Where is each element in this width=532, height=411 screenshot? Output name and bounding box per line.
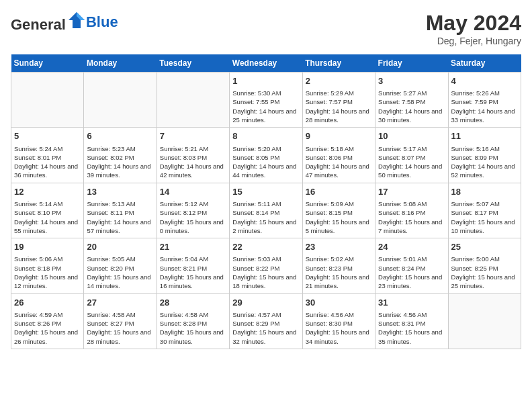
day-number: 9 <box>306 130 372 142</box>
day-info: Sunrise: 5:12 AM Sunset: 8:12 PM Dayligh… <box>160 199 226 235</box>
day-info: Sunrise: 5:23 AM Sunset: 8:02 PM Dayligh… <box>87 144 153 180</box>
week-row-4: 19Sunrise: 5:06 AM Sunset: 8:18 PM Dayli… <box>11 238 521 293</box>
calendar-cell: 18Sunrise: 5:07 AM Sunset: 8:17 PM Dayli… <box>448 183 521 238</box>
week-row-3: 12Sunrise: 5:14 AM Sunset: 8:10 PM Dayli… <box>11 183 521 238</box>
day-info: Sunrise: 5:13 AM Sunset: 8:11 PM Dayligh… <box>87 199 153 235</box>
calendar-cell: 10Sunrise: 5:17 AM Sunset: 8:07 PM Dayli… <box>375 128 448 183</box>
logo-icon <box>67 11 86 30</box>
calendar-cell: 20Sunrise: 5:05 AM Sunset: 8:20 PM Dayli… <box>84 238 157 293</box>
day-number: 1 <box>232 75 299 87</box>
day-info: Sunrise: 4:59 AM Sunset: 8:26 PM Dayligh… <box>14 310 81 346</box>
day-number: 2 <box>306 75 372 87</box>
calendar-cell: 24Sunrise: 5:01 AM Sunset: 8:24 PM Dayli… <box>375 238 448 293</box>
day-info: Sunrise: 5:24 AM Sunset: 8:01 PM Dayligh… <box>14 144 81 180</box>
location-subtitle: Deg, Fejer, Hungary <box>426 36 521 46</box>
day-number: 30 <box>306 297 372 309</box>
day-info: Sunrise: 5:30 AM Sunset: 7:55 PM Dayligh… <box>232 89 299 124</box>
day-header-sunday: Sunday <box>11 54 84 73</box>
calendar-cell: 15Sunrise: 5:11 AM Sunset: 8:14 PM Dayli… <box>230 183 302 238</box>
day-info: Sunrise: 4:57 AM Sunset: 8:29 PM Dayligh… <box>232 310 299 346</box>
day-info: Sunrise: 5:07 AM Sunset: 8:17 PM Dayligh… <box>451 199 518 235</box>
day-header-wednesday: Wednesday <box>230 54 302 73</box>
day-info: Sunrise: 5:18 AM Sunset: 8:06 PM Dayligh… <box>306 144 372 180</box>
day-number: 6 <box>87 130 153 142</box>
day-info: Sunrise: 5:03 AM Sunset: 8:22 PM Dayligh… <box>232 255 299 290</box>
day-info: Sunrise: 5:20 AM Sunset: 8:05 PM Dayligh… <box>232 144 299 180</box>
calendar-cell: 22Sunrise: 5:03 AM Sunset: 8:22 PM Dayli… <box>230 238 302 293</box>
day-number: 22 <box>232 241 299 253</box>
calendar-cell: 27Sunrise: 4:58 AM Sunset: 8:27 PM Dayli… <box>84 293 157 349</box>
day-info: Sunrise: 4:58 AM Sunset: 8:28 PM Dayligh… <box>160 310 226 346</box>
day-info: Sunrise: 5:27 AM Sunset: 7:58 PM Dayligh… <box>378 89 445 124</box>
day-number: 23 <box>306 241 372 253</box>
day-info: Sunrise: 5:21 AM Sunset: 8:03 PM Dayligh… <box>160 144 226 180</box>
week-row-5: 26Sunrise: 4:59 AM Sunset: 8:26 PM Dayli… <box>11 293 521 349</box>
day-number: 13 <box>87 186 153 198</box>
day-number: 28 <box>160 297 226 309</box>
logo: General Blue <box>11 11 118 34</box>
day-number: 11 <box>451 130 518 142</box>
day-info: Sunrise: 5:06 AM Sunset: 8:18 PM Dayligh… <box>14 255 81 290</box>
calendar-cell: 21Sunrise: 5:04 AM Sunset: 8:21 PM Dayli… <box>157 238 229 293</box>
day-info: Sunrise: 5:26 AM Sunset: 7:59 PM Dayligh… <box>451 89 518 124</box>
day-header-thursday: Thursday <box>302 54 375 73</box>
day-info: Sunrise: 5:14 AM Sunset: 8:10 PM Dayligh… <box>14 199 81 235</box>
calendar-cell: 5Sunrise: 5:24 AM Sunset: 8:01 PM Daylig… <box>11 128 84 183</box>
day-number: 3 <box>378 75 445 87</box>
day-number: 8 <box>232 130 299 142</box>
calendar-cell: 9Sunrise: 5:18 AM Sunset: 8:06 PM Daylig… <box>302 128 375 183</box>
calendar-table: SundayMondayTuesdayWednesdayThursdayFrid… <box>11 54 521 349</box>
day-info: Sunrise: 4:58 AM Sunset: 8:27 PM Dayligh… <box>87 310 153 346</box>
day-number: 19 <box>14 241 81 253</box>
day-info: Sunrise: 5:17 AM Sunset: 8:07 PM Dayligh… <box>378 144 445 180</box>
calendar-cell: 4Sunrise: 5:26 AM Sunset: 7:59 PM Daylig… <box>448 73 521 128</box>
day-info: Sunrise: 5:02 AM Sunset: 8:23 PM Dayligh… <box>306 255 372 290</box>
calendar-cell: 14Sunrise: 5:12 AM Sunset: 8:12 PM Dayli… <box>157 183 229 238</box>
page-header: General Blue May 2024 Deg, Fejer, Hungar… <box>11 11 521 46</box>
day-number: 10 <box>378 130 445 142</box>
logo-general: General <box>11 16 66 33</box>
calendar-cell: 29Sunrise: 4:57 AM Sunset: 8:29 PM Dayli… <box>230 293 302 349</box>
calendar-cell: 28Sunrise: 4:58 AM Sunset: 8:28 PM Dayli… <box>157 293 229 349</box>
week-row-2: 5Sunrise: 5:24 AM Sunset: 8:01 PM Daylig… <box>11 128 521 183</box>
days-of-week-row: SundayMondayTuesdayWednesdayThursdayFrid… <box>11 54 521 73</box>
day-info: Sunrise: 5:16 AM Sunset: 8:09 PM Dayligh… <box>451 144 518 180</box>
day-info: Sunrise: 5:05 AM Sunset: 8:20 PM Dayligh… <box>87 255 153 290</box>
calendar-cell: 13Sunrise: 5:13 AM Sunset: 8:11 PM Dayli… <box>84 183 157 238</box>
day-number: 14 <box>160 186 226 198</box>
day-number: 27 <box>87 297 153 309</box>
day-number: 15 <box>232 186 299 198</box>
calendar-cell: 8Sunrise: 5:20 AM Sunset: 8:05 PM Daylig… <box>230 128 302 183</box>
calendar-cell: 6Sunrise: 5:23 AM Sunset: 8:02 PM Daylig… <box>84 128 157 183</box>
month-year-title: May 2024 <box>426 11 521 36</box>
day-number: 18 <box>451 186 518 198</box>
day-info: Sunrise: 5:29 AM Sunset: 7:57 PM Dayligh… <box>306 89 372 124</box>
day-info: Sunrise: 4:56 AM Sunset: 8:31 PM Dayligh… <box>378 310 445 346</box>
calendar-cell: 31Sunrise: 4:56 AM Sunset: 8:31 PM Dayli… <box>375 293 448 349</box>
day-header-saturday: Saturday <box>448 54 521 73</box>
day-info: Sunrise: 5:11 AM Sunset: 8:14 PM Dayligh… <box>232 199 299 235</box>
day-info: Sunrise: 5:09 AM Sunset: 8:15 PM Dayligh… <box>306 199 372 235</box>
day-header-friday: Friday <box>375 54 448 73</box>
day-number: 12 <box>14 186 81 198</box>
day-info: Sunrise: 5:00 AM Sunset: 8:25 PM Dayligh… <box>451 255 518 290</box>
calendar-cell <box>11 73 84 128</box>
calendar-cell <box>157 73 229 128</box>
title-area: May 2024 Deg, Fejer, Hungary <box>426 11 521 46</box>
calendar-cell: 11Sunrise: 5:16 AM Sunset: 8:09 PM Dayli… <box>448 128 521 183</box>
day-info: Sunrise: 5:04 AM Sunset: 8:21 PM Dayligh… <box>160 255 226 290</box>
day-header-tuesday: Tuesday <box>157 54 229 73</box>
calendar-cell: 2Sunrise: 5:29 AM Sunset: 7:57 PM Daylig… <box>302 73 375 128</box>
day-number: 16 <box>306 186 372 198</box>
day-number: 17 <box>378 186 445 198</box>
calendar-cell: 17Sunrise: 5:08 AM Sunset: 8:16 PM Dayli… <box>375 183 448 238</box>
day-info: Sunrise: 5:01 AM Sunset: 8:24 PM Dayligh… <box>378 255 445 290</box>
day-number: 20 <box>87 241 153 253</box>
calendar-cell: 1Sunrise: 5:30 AM Sunset: 7:55 PM Daylig… <box>230 73 302 128</box>
day-number: 4 <box>451 75 518 87</box>
calendar-cell: 7Sunrise: 5:21 AM Sunset: 8:03 PM Daylig… <box>157 128 229 183</box>
day-info: Sunrise: 4:56 AM Sunset: 8:30 PM Dayligh… <box>306 310 372 346</box>
day-number: 31 <box>378 297 445 309</box>
week-row-1: 1Sunrise: 5:30 AM Sunset: 7:55 PM Daylig… <box>11 73 521 128</box>
calendar-cell: 16Sunrise: 5:09 AM Sunset: 8:15 PM Dayli… <box>302 183 375 238</box>
